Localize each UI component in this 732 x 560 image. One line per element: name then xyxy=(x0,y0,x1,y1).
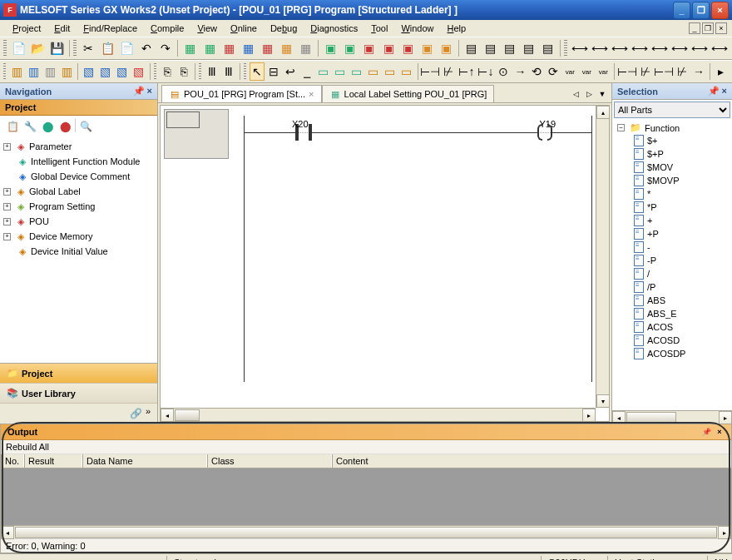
tool-icon[interactable]: ▥ xyxy=(59,62,74,81)
tool-icon[interactable]: ▥ xyxy=(9,62,24,81)
tool-icon[interactable]: ▭ xyxy=(349,62,364,81)
function-item[interactable]: $+P xyxy=(614,147,730,161)
menu-debug[interactable]: Debug xyxy=(265,22,303,35)
tool-icon[interactable]: ▦ xyxy=(220,39,238,57)
menu-find-replace[interactable]: Find/Replace xyxy=(77,22,143,35)
contact-nc-tool[interactable]: ⊬ xyxy=(441,62,456,81)
tool-icon[interactable]: Ⅲ xyxy=(221,62,236,81)
expander-icon[interactable]: + xyxy=(3,203,11,211)
tree-item[interactable]: ◈Device Initial Value xyxy=(3,244,154,259)
tool-icon[interactable]: ▧ xyxy=(82,62,96,81)
function-folder[interactable]: − 📁 Function xyxy=(614,121,730,134)
tool-icon[interactable]: ⟷ xyxy=(650,39,669,57)
tab-prev-icon[interactable]: ◁ xyxy=(570,88,581,100)
tab-dropdown-icon[interactable]: ▼ xyxy=(596,88,608,100)
menu-help[interactable]: Help xyxy=(442,22,472,35)
tool-icon[interactable]: ▸ xyxy=(714,62,729,81)
function-item[interactable]: ACOSDP xyxy=(614,347,730,360)
minimize-button[interactable]: _ xyxy=(673,2,690,19)
open-button[interactable]: 📂 xyxy=(29,39,47,57)
mdi-restore-button[interactable]: ❐ xyxy=(702,22,714,34)
tab-local-label[interactable]: ▦ Local Label Setting POU_01 [PRG] xyxy=(322,85,495,102)
tool-icon[interactable]: ▭ xyxy=(399,62,414,81)
close-panel-icon[interactable]: × xyxy=(722,86,727,96)
user-library-tab[interactable]: 📚 User Library xyxy=(0,384,157,404)
tool-icon[interactable]: ▣ xyxy=(360,39,378,57)
tool-icon[interactable]: ▦ xyxy=(181,39,199,57)
contact-tool[interactable]: ⊬ xyxy=(675,62,690,81)
tool-icon[interactable]: ⟷ xyxy=(611,39,629,57)
nav-tool-icon[interactable]: 📋 xyxy=(5,119,20,134)
redo-button[interactable]: ↷ xyxy=(156,39,174,57)
contact-tool[interactable]: ⊢⊣ xyxy=(655,62,673,81)
overview-thumbnail[interactable] xyxy=(164,109,229,159)
tool-icon[interactable]: ⟷ xyxy=(571,39,589,57)
tree-item[interactable]: +◈Parameter xyxy=(3,139,154,154)
tool-icon[interactable]: → xyxy=(691,62,706,81)
function-item[interactable]: ABS xyxy=(614,294,730,307)
undo-button[interactable]: ↶ xyxy=(137,39,155,57)
tool-icon[interactable]: ▦ xyxy=(278,39,295,57)
editor-scrollbar-horizontal[interactable]: ◂ ▸ xyxy=(161,408,596,421)
new-button[interactable]: 📄 xyxy=(10,39,27,57)
tree-item[interactable]: +◈Program Setting xyxy=(3,199,154,214)
output-col-result[interactable]: Result xyxy=(24,454,82,468)
tool-icon[interactable]: ▣ xyxy=(399,39,417,57)
function-item[interactable]: / xyxy=(614,267,730,280)
tool-icon[interactable]: ▧ xyxy=(131,62,146,81)
expander-icon[interactable]: + xyxy=(3,218,11,225)
tree-item[interactable]: +◈Device Memory xyxy=(3,229,154,244)
tool-icon[interactable]: ⎘ xyxy=(176,62,191,81)
tool-icon[interactable]: ▭ xyxy=(333,62,348,81)
tool-icon[interactable]: ▧ xyxy=(98,62,113,81)
close-button[interactable]: × xyxy=(711,2,729,19)
nav-expand-icon[interactable]: » xyxy=(146,406,151,421)
tool-icon[interactable]: ▥ xyxy=(42,62,57,81)
tool-icon[interactable]: var xyxy=(596,62,611,81)
tool-icon[interactable]: ▤ xyxy=(539,39,556,57)
contact-tool[interactable]: ⊬ xyxy=(638,62,653,81)
function-item[interactable]: -P xyxy=(614,254,730,267)
tool-icon[interactable]: ▦ xyxy=(240,39,257,57)
tool-icon[interactable]: var xyxy=(579,62,594,81)
tool-icon[interactable]: → xyxy=(512,62,527,81)
function-item[interactable]: $+ xyxy=(614,134,730,147)
tool-icon[interactable]: ▣ xyxy=(379,39,397,57)
tool-icon[interactable]: ▤ xyxy=(482,39,499,57)
tree-item[interactable]: ◈Intelligent Function Module xyxy=(3,154,154,169)
nav-tool-icon[interactable]: 🔧 xyxy=(22,119,37,134)
tool-icon[interactable]: ↩ xyxy=(283,62,298,81)
pin-icon[interactable]: 📌 xyxy=(133,86,145,96)
project-tab[interactable]: 📁 Project xyxy=(0,364,157,384)
tool-icon[interactable]: ⎘ xyxy=(160,62,175,81)
selection-filter[interactable]: All Parts xyxy=(614,102,730,118)
expander-icon[interactable]: + xyxy=(3,143,11,151)
tool-icon[interactable]: ⟷ xyxy=(710,39,729,57)
tool-icon[interactable]: ⟷ xyxy=(591,39,609,57)
expander-icon[interactable]: + xyxy=(3,233,11,240)
menu-tool[interactable]: Tool xyxy=(365,22,393,35)
close-panel-icon[interactable]: × xyxy=(715,427,725,437)
output-col-class[interactable]: Class xyxy=(207,454,332,468)
tool-icon[interactable]: ▭ xyxy=(316,62,331,81)
tool-icon[interactable]: ▣ xyxy=(322,39,339,57)
menu-diagnostics[interactable]: Diagnostics xyxy=(304,22,364,35)
contact-no-tool[interactable]: ⊢⊣ xyxy=(421,62,439,81)
tab-next-icon[interactable]: ▷ xyxy=(583,88,595,100)
tool-icon[interactable]: var xyxy=(562,62,577,81)
function-item[interactable]: $MOV xyxy=(614,161,730,174)
pin-icon[interactable]: 📌 xyxy=(701,427,711,437)
menu-window[interactable]: Window xyxy=(395,22,439,35)
pointer-tool[interactable]: ↖ xyxy=(250,62,265,81)
tool-icon[interactable]: ▧ xyxy=(115,62,130,81)
expander-icon[interactable]: + xyxy=(3,188,11,196)
nav-footer-icon[interactable]: 🔗 xyxy=(129,406,144,421)
function-item[interactable]: *P xyxy=(614,201,730,214)
tool-icon[interactable]: ⎯ xyxy=(299,62,314,81)
paste-button[interactable]: 📄 xyxy=(118,39,136,57)
menu-project[interactable]: Project xyxy=(7,22,47,35)
tool-icon[interactable]: ▦ xyxy=(297,39,314,57)
tool-icon[interactable]: ▤ xyxy=(462,39,480,57)
tool-icon[interactable]: ▥ xyxy=(26,62,41,81)
close-panel-icon[interactable]: × xyxy=(147,86,152,96)
